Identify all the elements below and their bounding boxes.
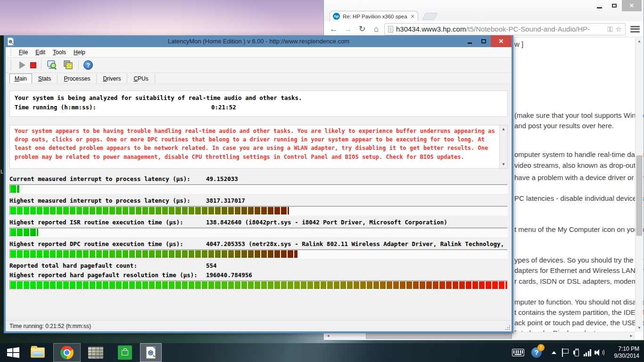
menu-tools[interactable]: Tools [50, 48, 69, 57]
page-text-fragment: t menu of the My Computer icon on your d… [514, 225, 644, 233]
scroll-right-icon[interactable]: ► [627, 332, 635, 340]
url-domain: h30434.www3.hp.com [396, 25, 466, 33]
latency-meter-bar [9, 280, 508, 290]
page-text-fragment: dapters for Ethernet and Wireless LAN, I… [514, 266, 644, 274]
scroll-down-icon[interactable]: ▼ [636, 324, 643, 332]
latency-meter-bar [9, 206, 508, 215]
taskbar-windows-store[interactable] [114, 343, 136, 362]
browser-close-button[interactable]: ✕ [622, 0, 642, 11]
time-running-value: 0:21:52 [211, 104, 236, 113]
page-text-fragment: ypes of devices. So you should try the d… [514, 256, 644, 264]
page-text-fragment: PC latencies - disable individual device… [514, 194, 644, 202]
network-signal-icon[interactable] [582, 343, 593, 362]
toolbar-separator [41, 60, 41, 70]
time-running-label: Time running (h:mm:ss): [15, 104, 211, 113]
metric-highest-latency: Highest measured interrupt to process la… [9, 197, 508, 215]
back-icon[interactable]: ← [328, 25, 340, 34]
desktop-wallpaper-sky [0, 0, 325, 35]
file-explorer-icon [31, 347, 45, 358]
taskbar: M ?! 7:10 PM 9/30/2014 [0, 343, 644, 362]
key-icon[interactable]: ⚿ [607, 25, 612, 33]
latency-meter-bar [9, 184, 508, 194]
action-center-flag-icon[interactable] [560, 343, 570, 362]
scroll-up-icon[interactable]: ▲ [636, 38, 643, 45]
tab-main[interactable]: Main [9, 74, 32, 83]
scroll-down-icon[interactable]: ▼ [500, 161, 507, 168]
start-monitor-icon [19, 61, 25, 69]
latencymon-titlebar[interactable]: M LatencyMon (Home Edition ) v 6.00 - ht… [6, 35, 512, 47]
analysis-status-panel: Your system is being analyzed for suitab… [9, 90, 508, 117]
latencymon-icon: M [146, 346, 156, 359]
tab-drivers[interactable]: Drivers [97, 74, 127, 83]
latencymon-statusbar: Time running: 0:21:52 (h:mm:ss) [6, 320, 512, 331]
close-button[interactable]: ✕ [491, 35, 512, 47]
toolbar-gripper [10, 60, 12, 70]
page-text-fragment: r cards, ISDN or DSL adapters, modems, e… [514, 277, 644, 285]
taskbar-chrome[interactable] [53, 343, 81, 362]
url-path: /t5/Notebook-PC-Sound-and-Audio/HP- [466, 25, 590, 33]
page-text-fragment: omputer system to handle real-time data … [514, 150, 644, 158]
page-icon[interactable] [388, 26, 393, 33]
touch-keyboard-icon[interactable] [510, 343, 526, 362]
tab-cpus[interactable]: CPUs [127, 74, 155, 83]
metric-pagefault-count: Reported total hard pagefault count: 554 [9, 262, 508, 270]
metric-value: 138.842640 (i8042prt.sys - i8042 Port Dr… [206, 219, 447, 226]
forward-icon[interactable]: → [342, 25, 354, 34]
metric-dpc-time: Highest reported DPC routine execution t… [9, 240, 508, 259]
metric-current-latency: Current measured interrupt to process la… [9, 175, 508, 194]
browser-tab[interactable]: hp Re: HP Pavilion x360 speak ✕ [330, 11, 418, 21]
power-icon[interactable] [571, 343, 582, 362]
latencymon-main-panel: Your system is being analyzed for suitab… [6, 84, 512, 320]
minimize-button[interactable] [462, 35, 477, 47]
clock-time: 7:10 PM [614, 346, 639, 353]
metric-label: Highest measured interrupt to process la… [9, 197, 206, 205]
page-text-fragment: mputer to function. You should not disab… [514, 298, 644, 306]
vertical-scrollbar[interactable]: ▲ ▼ [635, 38, 643, 332]
taskbar-latencymon[interactable]: M [140, 343, 162, 362]
menu-help[interactable]: Help [70, 48, 89, 57]
volume-icon[interactable] [593, 343, 605, 362]
tab-stats[interactable]: Stats [32, 74, 58, 83]
taskbar-firewall[interactable] [85, 343, 107, 362]
maximize-button[interactable] [477, 35, 491, 47]
page-text-fragment: have a problem with a device driver or a… [514, 173, 644, 181]
latencymon-window: M LatencyMon (Home Edition ) v 6.00 - ht… [4, 35, 513, 333]
latencymon-app-icon: M [8, 37, 14, 45]
bookmark-star-icon[interactable]: ☆ [616, 25, 622, 33]
resize-grip[interactable] [505, 325, 511, 330]
metric-value: 4047.205353 (netr28x.sys - Ralink 802.11… [206, 240, 508, 248]
start-button[interactable] [3, 343, 24, 362]
warning-scrollbar[interactable]: ▲ ▼ [499, 125, 507, 168]
reload-icon[interactable]: ↻ [356, 24, 368, 34]
metric-label: Highest reported ISR routine execution t… [9, 219, 206, 226]
browser-maximize-button[interactable] [607, 0, 622, 11]
show-hidden-icons[interactable] [549, 343, 559, 362]
scroll-up-icon[interactable]: ▲ [500, 125, 507, 133]
processes-view-icon[interactable] [62, 59, 74, 71]
analyze-tool-icon[interactable] [46, 59, 58, 71]
browser-window-controls: ✕ [592, 0, 642, 11]
tab-processes[interactable]: Processes [58, 74, 97, 83]
menu-file[interactable]: File [16, 48, 31, 57]
horizontal-scrollbar-thumb[interactable] [366, 333, 512, 339]
chrome-menu-icon[interactable] [630, 25, 640, 33]
address-bar[interactable]: h30434.www3.hp.com/t5/Notebook-PC-Sound-… [384, 23, 626, 35]
scroll-left-icon[interactable]: ◄ [324, 332, 332, 340]
browser-minimize-button[interactable] [592, 0, 607, 11]
taskbar-clock[interactable]: 7:10 PM 9/30/2014 [614, 343, 639, 362]
chrome-icon [60, 346, 74, 359]
help-icon[interactable]: ? [83, 60, 93, 70]
vertical-scrollbar-thumb[interactable] [636, 156, 642, 236]
menu-edit[interactable]: Edit [32, 48, 49, 57]
metric-label: Highest reported hard pagefault resoluti… [9, 272, 206, 279]
alert-badge: ! [537, 344, 545, 351]
metric-label: Reported total hard pagefault count: [9, 262, 206, 270]
tab-close-icon[interactable]: ✕ [410, 13, 415, 20]
taskbar-file-explorer[interactable] [27, 343, 48, 362]
help-alert-icon[interactable]: ?! [528, 343, 545, 362]
stop-monitor-icon[interactable] [30, 62, 36, 68]
url-text[interactable]: h30434.www3.hp.com/t5/Notebook-PC-Sound-… [396, 25, 604, 33]
warning-text: Your system appears to be having trouble… [15, 127, 496, 161]
metric-value: 554 [206, 262, 217, 270]
home-icon[interactable]: ⌂ [370, 25, 382, 34]
